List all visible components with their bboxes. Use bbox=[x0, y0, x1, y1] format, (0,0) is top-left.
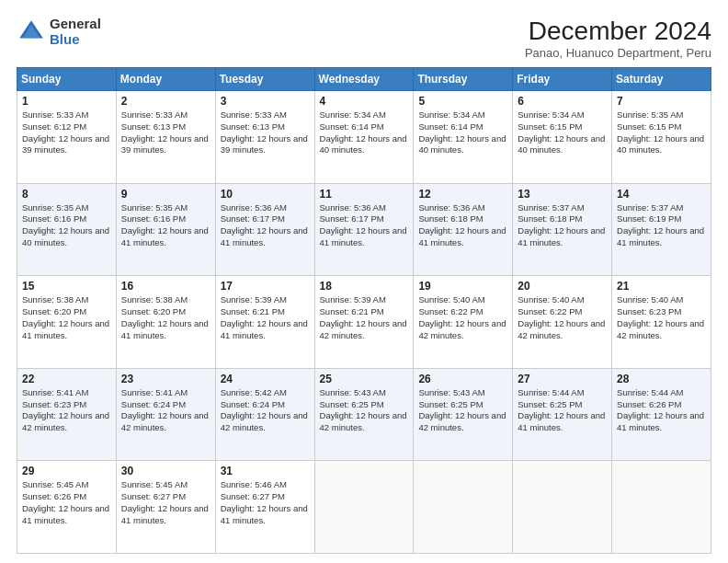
col-thursday: Thursday bbox=[414, 68, 513, 91]
calendar-cell: 19Sunrise: 5:40 AM Sunset: 6:22 PM Dayli… bbox=[414, 276, 513, 369]
day-detail: Sunrise: 5:35 AM Sunset: 6:16 PM Dayligh… bbox=[22, 202, 111, 249]
day-number: 17 bbox=[221, 280, 310, 293]
calendar-cell bbox=[414, 461, 513, 554]
calendar-cell: 27Sunrise: 5:44 AM Sunset: 6:25 PM Dayli… bbox=[513, 368, 612, 461]
calendar-cell: 1Sunrise: 5:33 AM Sunset: 6:12 PM Daylig… bbox=[17, 91, 117, 184]
day-detail: Sunrise: 5:37 AM Sunset: 6:19 PM Dayligh… bbox=[617, 202, 706, 249]
day-number: 14 bbox=[617, 188, 706, 201]
calendar-cell: 9Sunrise: 5:35 AM Sunset: 6:16 PM Daylig… bbox=[116, 183, 215, 276]
day-detail: Sunrise: 5:46 AM Sunset: 6:27 PM Dayligh… bbox=[221, 479, 310, 526]
calendar-cell: 15Sunrise: 5:38 AM Sunset: 6:20 PM Dayli… bbox=[17, 276, 117, 369]
calendar-cell: 21Sunrise: 5:40 AM Sunset: 6:23 PM Dayli… bbox=[612, 276, 711, 369]
calendar-cell: 10Sunrise: 5:36 AM Sunset: 6:17 PM Dayli… bbox=[215, 183, 314, 276]
day-detail: Sunrise: 5:43 AM Sunset: 6:25 PM Dayligh… bbox=[320, 387, 409, 434]
day-number: 3 bbox=[221, 95, 310, 108]
day-detail: Sunrise: 5:36 AM Sunset: 6:18 PM Dayligh… bbox=[418, 202, 507, 249]
calendar-cell: 25Sunrise: 5:43 AM Sunset: 6:25 PM Dayli… bbox=[314, 368, 414, 461]
day-number: 13 bbox=[518, 188, 607, 201]
calendar-cell: 28Sunrise: 5:44 AM Sunset: 6:26 PM Dayli… bbox=[612, 368, 711, 461]
day-number: 6 bbox=[518, 95, 607, 108]
subtitle: Panao, Huanuco Department, Peru bbox=[525, 46, 711, 60]
day-detail: Sunrise: 5:39 AM Sunset: 6:21 PM Dayligh… bbox=[221, 294, 310, 341]
day-detail: Sunrise: 5:44 AM Sunset: 6:25 PM Dayligh… bbox=[518, 387, 607, 434]
calendar-week-1: 1Sunrise: 5:33 AM Sunset: 6:12 PM Daylig… bbox=[17, 91, 711, 184]
title-section: December 2024 Panao, Huanuco Department,… bbox=[525, 17, 711, 60]
day-detail: Sunrise: 5:34 AM Sunset: 6:14 PM Dayligh… bbox=[320, 109, 409, 156]
calendar-cell: 16Sunrise: 5:38 AM Sunset: 6:20 PM Dayli… bbox=[116, 276, 215, 369]
calendar-cell: 20Sunrise: 5:40 AM Sunset: 6:22 PM Dayli… bbox=[513, 276, 612, 369]
logo-blue-label: Blue bbox=[50, 32, 101, 48]
col-saturday: Saturday bbox=[612, 68, 711, 91]
day-number: 2 bbox=[121, 95, 210, 108]
col-monday: Monday bbox=[116, 68, 215, 91]
day-detail: Sunrise: 5:38 AM Sunset: 6:20 PM Dayligh… bbox=[22, 294, 111, 341]
page-title: December 2024 bbox=[525, 17, 711, 46]
day-detail: Sunrise: 5:45 AM Sunset: 6:26 PM Dayligh… bbox=[22, 479, 111, 526]
calendar-cell: 18Sunrise: 5:39 AM Sunset: 6:21 PM Dayli… bbox=[314, 276, 414, 369]
calendar-cell: 8Sunrise: 5:35 AM Sunset: 6:16 PM Daylig… bbox=[17, 183, 117, 276]
day-number: 22 bbox=[22, 373, 111, 385]
day-detail: Sunrise: 5:34 AM Sunset: 6:15 PM Dayligh… bbox=[518, 109, 607, 156]
day-number: 15 bbox=[22, 280, 111, 293]
day-number: 26 bbox=[418, 373, 507, 385]
day-number: 29 bbox=[22, 465, 111, 477]
day-number: 31 bbox=[221, 465, 310, 477]
day-number: 8 bbox=[22, 188, 111, 201]
day-number: 27 bbox=[518, 373, 607, 385]
calendar-cell: 13Sunrise: 5:37 AM Sunset: 6:18 PM Dayli… bbox=[513, 183, 612, 276]
day-detail: Sunrise: 5:36 AM Sunset: 6:17 PM Dayligh… bbox=[221, 202, 310, 249]
day-number: 30 bbox=[121, 465, 210, 477]
day-detail: Sunrise: 5:37 AM Sunset: 6:18 PM Dayligh… bbox=[518, 202, 607, 249]
day-detail: Sunrise: 5:40 AM Sunset: 6:22 PM Dayligh… bbox=[418, 294, 507, 341]
day-detail: Sunrise: 5:40 AM Sunset: 6:23 PM Dayligh… bbox=[617, 294, 706, 341]
day-number: 7 bbox=[617, 95, 706, 108]
day-number: 4 bbox=[320, 95, 409, 108]
day-detail: Sunrise: 5:33 AM Sunset: 6:12 PM Dayligh… bbox=[22, 109, 111, 156]
day-number: 18 bbox=[320, 280, 409, 293]
calendar-week-2: 8Sunrise: 5:35 AM Sunset: 6:16 PM Daylig… bbox=[17, 183, 711, 276]
day-detail: Sunrise: 5:42 AM Sunset: 6:24 PM Dayligh… bbox=[221, 387, 310, 434]
page: General Blue December 2024 Panao, Huanuc… bbox=[0, 0, 728, 563]
calendar-cell: 29Sunrise: 5:45 AM Sunset: 6:26 PM Dayli… bbox=[17, 461, 117, 554]
calendar-cell: 24Sunrise: 5:42 AM Sunset: 6:24 PM Dayli… bbox=[215, 368, 314, 461]
calendar-cell: 6Sunrise: 5:34 AM Sunset: 6:15 PM Daylig… bbox=[513, 91, 612, 184]
logo-text: General Blue bbox=[50, 17, 101, 47]
calendar-week-4: 22Sunrise: 5:41 AM Sunset: 6:23 PM Dayli… bbox=[17, 368, 711, 461]
day-detail: Sunrise: 5:34 AM Sunset: 6:14 PM Dayligh… bbox=[418, 109, 507, 156]
day-detail: Sunrise: 5:45 AM Sunset: 6:27 PM Dayligh… bbox=[121, 479, 210, 526]
calendar-cell: 23Sunrise: 5:41 AM Sunset: 6:24 PM Dayli… bbox=[116, 368, 215, 461]
day-number: 16 bbox=[121, 280, 210, 293]
day-number: 24 bbox=[221, 373, 310, 385]
calendar-cell: 14Sunrise: 5:37 AM Sunset: 6:19 PM Dayli… bbox=[612, 183, 711, 276]
logo-general-label: General bbox=[50, 17, 101, 32]
col-tuesday: Tuesday bbox=[215, 68, 314, 91]
calendar-cell: 5Sunrise: 5:34 AM Sunset: 6:14 PM Daylig… bbox=[414, 91, 513, 184]
col-wednesday: Wednesday bbox=[314, 68, 414, 91]
logo: General Blue bbox=[17, 17, 101, 47]
day-number: 12 bbox=[418, 188, 507, 201]
day-detail: Sunrise: 5:40 AM Sunset: 6:22 PM Dayligh… bbox=[518, 294, 607, 341]
calendar-table: Sunday Monday Tuesday Wednesday Thursday… bbox=[17, 67, 711, 554]
calendar-cell: 22Sunrise: 5:41 AM Sunset: 6:23 PM Dayli… bbox=[17, 368, 117, 461]
day-number: 23 bbox=[121, 373, 210, 385]
day-detail: Sunrise: 5:36 AM Sunset: 6:17 PM Dayligh… bbox=[320, 202, 409, 249]
day-number: 11 bbox=[320, 188, 409, 201]
day-number: 10 bbox=[221, 188, 310, 201]
calendar-cell bbox=[513, 461, 612, 554]
calendar-cell: 31Sunrise: 5:46 AM Sunset: 6:27 PM Dayli… bbox=[215, 461, 314, 554]
day-number: 25 bbox=[320, 373, 409, 385]
calendar-cell: 30Sunrise: 5:45 AM Sunset: 6:27 PM Dayli… bbox=[116, 461, 215, 554]
day-detail: Sunrise: 5:41 AM Sunset: 6:24 PM Dayligh… bbox=[121, 387, 210, 434]
day-detail: Sunrise: 5:35 AM Sunset: 6:16 PM Dayligh… bbox=[121, 202, 210, 249]
calendar-cell: 17Sunrise: 5:39 AM Sunset: 6:21 PM Dayli… bbox=[215, 276, 314, 369]
day-detail: Sunrise: 5:39 AM Sunset: 6:21 PM Dayligh… bbox=[320, 294, 409, 341]
day-detail: Sunrise: 5:38 AM Sunset: 6:20 PM Dayligh… bbox=[121, 294, 210, 341]
day-number: 1 bbox=[22, 95, 111, 108]
day-number: 9 bbox=[121, 188, 210, 201]
logo-icon bbox=[17, 17, 46, 47]
day-number: 21 bbox=[617, 280, 706, 293]
header: General Blue December 2024 Panao, Huanuc… bbox=[17, 17, 711, 60]
day-detail: Sunrise: 5:43 AM Sunset: 6:25 PM Dayligh… bbox=[418, 387, 507, 434]
day-number: 20 bbox=[518, 280, 607, 293]
day-detail: Sunrise: 5:41 AM Sunset: 6:23 PM Dayligh… bbox=[22, 387, 111, 434]
